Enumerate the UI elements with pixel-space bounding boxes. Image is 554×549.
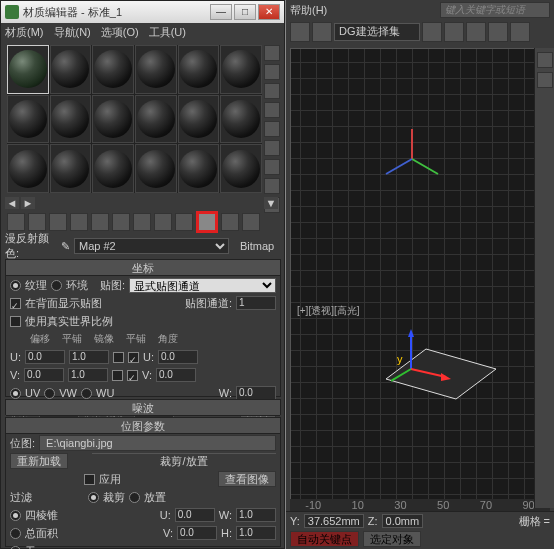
uv-radio[interactable] [10, 388, 21, 399]
material-slot[interactable] [135, 45, 177, 94]
put-to-scene-button[interactable] [28, 213, 46, 231]
menu-tools[interactable]: 工具(U) [149, 25, 186, 41]
material-slot[interactable] [50, 144, 92, 193]
v-tile-spinner[interactable]: 1.0 [68, 368, 108, 382]
eyedropper-icon[interactable]: ✎ [61, 240, 70, 253]
material-slot[interactable] [135, 144, 177, 193]
viewport-label[interactable]: [+][透视][高光] [297, 304, 360, 318]
material-slot[interactable] [220, 95, 262, 144]
selected-obj-button[interactable]: 选定对象 [363, 531, 421, 547]
vw-radio[interactable] [44, 388, 55, 399]
video-check-button[interactable] [264, 121, 280, 137]
material-slot[interactable] [178, 45, 220, 94]
material-slot[interactable] [7, 144, 49, 193]
background-button[interactable] [264, 83, 280, 99]
put-to-lib-button[interactable] [133, 213, 151, 231]
viewcube-axis[interactable] [401, 129, 461, 189]
align-button[interactable] [444, 22, 464, 42]
mapchan-spinner[interactable]: 1 [236, 296, 276, 310]
u-angle-spinner[interactable]: 0.0 [158, 350, 198, 364]
wu-radio[interactable] [81, 388, 92, 399]
redo-button[interactable] [312, 22, 332, 42]
show-in-vp-button[interactable] [175, 213, 193, 231]
make-unique-button[interactable] [112, 213, 130, 231]
maximize-button[interactable]: □ [234, 4, 256, 20]
apply-check[interactable] [84, 474, 95, 485]
material-slot[interactable] [92, 144, 134, 193]
material-slot[interactable] [50, 45, 92, 94]
coord-y-field[interactable]: 37.652mm [304, 514, 364, 528]
matid-button[interactable] [154, 213, 172, 231]
material-slot[interactable] [178, 144, 220, 193]
options-button[interactable] [264, 159, 280, 175]
uv-tile-button[interactable] [264, 102, 280, 118]
realworld-check[interactable] [10, 316, 21, 327]
show-end-result-button[interactable] [196, 211, 218, 233]
environ-radio[interactable] [51, 280, 62, 291]
u-offset-spinner[interactable]: 0.0 [25, 350, 65, 364]
v-tile-check[interactable] [127, 370, 138, 381]
selection-set-select[interactable]: DG建选择集 [334, 23, 420, 41]
show-back-check[interactable] [10, 298, 21, 309]
material-slot[interactable] [7, 45, 49, 94]
assign-button[interactable] [49, 213, 67, 231]
get-material-button[interactable] [7, 213, 25, 231]
crop-radio[interactable] [88, 492, 99, 503]
material-slot[interactable] [7, 95, 49, 144]
material-slot[interactable] [178, 95, 220, 144]
rollout-header[interactable]: 坐标 [6, 260, 280, 276]
material-slot[interactable] [92, 45, 134, 94]
go-parent-button[interactable] [221, 213, 239, 231]
menu-navigate[interactable]: 导航(N) [54, 25, 91, 41]
go-forward-button[interactable] [242, 213, 260, 231]
v-mirror-check[interactable] [112, 370, 123, 381]
crop-u-spinner[interactable]: 0.0 [175, 508, 215, 522]
undo-button[interactable] [290, 22, 310, 42]
mapping-select[interactable]: 显式贴图通道 [129, 278, 276, 293]
w-angle-spinner[interactable]: 0.0 [236, 386, 276, 400]
pyramidal-radio[interactable] [10, 510, 21, 521]
material-slot[interactable] [92, 95, 134, 144]
material-type-button[interactable]: Bitmap [233, 240, 281, 252]
crop-w-spinner[interactable]: 1.0 [236, 508, 276, 522]
nav-prev-icon[interactable]: ◄ [5, 197, 19, 209]
material-slot[interactable] [220, 45, 262, 94]
select-by-mat-button[interactable] [264, 178, 280, 194]
reload-button[interactable]: 重新加载 [10, 453, 68, 469]
modify-tab[interactable] [537, 72, 553, 88]
autokey-button[interactable]: 自动关键点 [290, 531, 359, 547]
make-copy-button[interactable] [91, 213, 109, 231]
nav-next-icon[interactable]: ► [21, 197, 35, 209]
schematic-button[interactable] [510, 22, 530, 42]
material-name-field[interactable]: Map #2 [74, 238, 229, 254]
material-slot[interactable] [135, 95, 177, 144]
preview-button[interactable] [264, 140, 280, 156]
summed-radio[interactable] [10, 528, 21, 539]
timeline-ruler[interactable]: -10 10 30 50 70 90 [290, 499, 550, 511]
search-input[interactable]: 键入关键字或短语 [440, 2, 550, 18]
backlight-button[interactable] [264, 64, 280, 80]
nav-root-icon[interactable]: ▼ [264, 197, 278, 209]
menu-options[interactable]: 选项(O) [101, 25, 139, 41]
close-button[interactable]: ✕ [258, 4, 280, 20]
layers-button[interactable] [466, 22, 486, 42]
v-offset-spinner[interactable]: 0.0 [24, 368, 64, 382]
move-gizmo[interactable]: y [391, 329, 451, 389]
bitmap-path-button[interactable]: E:\qiangbi.jpg [39, 435, 276, 451]
rollout-header[interactable]: 噪波 [6, 400, 280, 416]
mirror-button[interactable] [422, 22, 442, 42]
crop-v-spinner[interactable]: 0.0 [177, 526, 217, 540]
view-image-button[interactable]: 查看图像 [218, 471, 276, 487]
rollout-header[interactable]: 位图参数 [6, 418, 280, 434]
material-slot[interactable] [220, 144, 262, 193]
perspective-viewport[interactable]: [+][透视][高光] y [290, 48, 550, 508]
create-tab[interactable] [537, 52, 553, 68]
material-slot[interactable] [50, 95, 92, 144]
menu-materials[interactable]: 材质(M) [5, 25, 44, 41]
u-tile-check[interactable] [128, 352, 139, 363]
none-radio[interactable] [10, 546, 21, 550]
place-radio[interactable] [129, 492, 140, 503]
crop-h-spinner[interactable]: 1.0 [236, 526, 276, 540]
curve-editor-button[interactable] [488, 22, 508, 42]
titlebar[interactable]: 材质编辑器 - 标准_1 — □ ✕ [1, 1, 284, 23]
